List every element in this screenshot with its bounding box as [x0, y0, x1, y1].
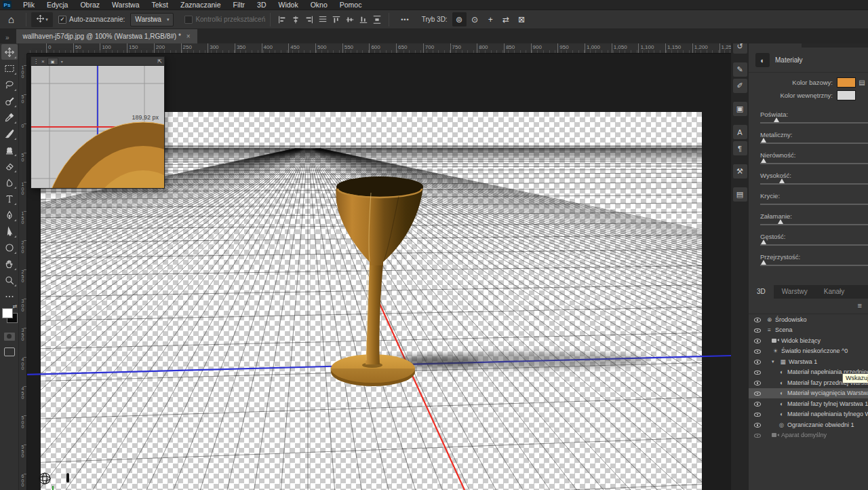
menu-item-plik[interactable]: Plik: [17, 0, 41, 10]
slider-track[interactable]: [760, 244, 868, 246]
visibility-eye-icon[interactable]: [754, 348, 762, 354]
photoshop-logo-icon[interactable]: Ps: [3, 1, 12, 9]
tool-type[interactable]: [1, 191, 18, 206]
secondary-view-panel[interactable]: ⋮ × ▣ ▾ ⇱: [31, 56, 165, 189]
scene-item[interactable]: ≡Scena: [749, 325, 868, 336]
brushes-panel-icon[interactable]: ✐: [733, 79, 747, 93]
tool-smudge[interactable]: [1, 174, 18, 190]
quick-mask-button[interactable]: [4, 333, 15, 341]
visibility-eye-icon[interactable]: [754, 379, 762, 385]
transform-controls-checkbox[interactable]: [184, 16, 193, 24]
scene-item[interactable]: ⊕Środowisko: [749, 314, 868, 325]
slider-track[interactable]: [760, 265, 868, 266]
scene-item[interactable]: ◎Ograniczanie obwiedni 1: [749, 419, 868, 430]
visibility-eye-icon[interactable]: [754, 421, 762, 428]
align-right-icon[interactable]: [304, 14, 315, 25]
menu-item-3d[interactable]: 3D: [251, 0, 272, 10]
scene-item[interactable]: ◐Materiał fazy tylnej Warstwa 1: [749, 398, 868, 409]
menu-item-pomoc[interactable]: Pomoc: [334, 0, 368, 10]
slider-thumb[interactable]: [778, 219, 783, 224]
inner-color-swatch[interactable]: [837, 90, 856, 100]
distribute-vertical-icon[interactable]: [372, 14, 382, 25]
tool-path-selection[interactable]: [1, 223, 18, 239]
tab-kanały[interactable]: Kanały: [816, 285, 853, 299]
tool-brush[interactable]: [1, 126, 18, 141]
move-tool-preset-button[interactable]: ▾: [31, 12, 53, 27]
menu-item-filtr[interactable]: Filtr: [227, 0, 252, 10]
close-icon[interactable]: ×: [186, 33, 191, 40]
visibility-eye-icon[interactable]: [754, 400, 762, 407]
menu-item-tekst[interactable]: Tekst: [145, 0, 174, 10]
home-icon[interactable]: ⌂: [8, 14, 14, 25]
menu-item-zaznaczanie[interactable]: Zaznaczanie: [174, 0, 227, 10]
tool-object-selection[interactable]: [1, 93, 18, 109]
align-middle-icon[interactable]: [344, 14, 355, 25]
menu-item-edycja[interactable]: Edycja: [41, 0, 75, 10]
slider-thumb[interactable]: [779, 178, 785, 183]
texture-icon[interactable]: ▤: [856, 79, 868, 86]
brush-settings-panel-icon[interactable]: ✎: [733, 62, 747, 77]
visibility-eye-icon[interactable]: [754, 358, 762, 364]
menu-item-warstwa[interactable]: Warstwa: [106, 0, 145, 10]
slider-track[interactable]: [760, 163, 868, 164]
visibility-eye-icon[interactable]: [754, 411, 762, 417]
orbit-3d-icon[interactable]: ⊚: [452, 12, 467, 26]
visibility-eye-icon[interactable]: [754, 316, 762, 322]
tab-warstwy[interactable]: Warstwy: [774, 285, 816, 299]
tool-move[interactable]: [1, 44, 18, 60]
scene-item[interactable]: ▾▦Warstwa 1: [749, 356, 868, 367]
more-options-icon[interactable]: •••: [401, 16, 409, 23]
materials-icon[interactable]: ◐: [755, 53, 770, 67]
roll-3d-icon[interactable]: ⊙: [468, 12, 482, 26]
close-icon[interactable]: ×: [41, 58, 45, 64]
slider-thumb[interactable]: [761, 138, 766, 143]
filter-icon[interactable]: ≡: [858, 301, 862, 309]
tool-ellipse-shape[interactable]: [1, 240, 18, 255]
scene-item[interactable]: Aparat domyślny: [749, 430, 868, 441]
paragraph-panel-icon[interactable]: ¶: [733, 141, 747, 155]
auto-select-checkbox[interactable]: ✓: [58, 16, 66, 24]
auto-select-layer-dropdown[interactable]: Warstwa ▾: [130, 13, 174, 26]
slider-track[interactable]: [760, 224, 868, 225]
tool-eyedropper[interactable]: [1, 109, 18, 125]
align-left-icon[interactable]: [277, 14, 288, 25]
chevron-down-icon[interactable]: ▾: [772, 359, 777, 364]
align-bottom-icon[interactable]: [358, 14, 369, 25]
menu-item-obraz[interactable]: Obraz: [74, 0, 106, 10]
slider-thumb[interactable]: [761, 158, 766, 163]
pan-3d-icon[interactable]: +: [484, 12, 498, 26]
visibility-eye-icon[interactable]: [754, 369, 762, 375]
camera-select-icon[interactable]: ▣: [47, 58, 58, 65]
visibility-eye-icon[interactable]: [754, 327, 762, 333]
tool-eraser[interactable]: [1, 158, 18, 174]
visibility-eye-icon[interactable]: [754, 432, 762, 438]
clone-source-panel-icon[interactable]: ▣: [733, 102, 747, 116]
screen-mode-button[interactable]: [4, 347, 15, 356]
slider-track[interactable]: [760, 122, 868, 124]
tool-rectangular-marquee[interactable]: [1, 60, 18, 76]
document-tab[interactable]: wallhaven-j57djp.jpg @ 100% (Warstwa 1,R…: [16, 29, 197, 43]
tab-3d[interactable]: 3D: [749, 285, 774, 299]
panel-menu-icon[interactable]: ⋮: [33, 58, 39, 64]
visibility-eye-icon[interactable]: [754, 337, 762, 343]
slider-thumb[interactable]: [774, 117, 779, 122]
slider-track[interactable]: [760, 183, 868, 185]
menu-item-okno[interactable]: Okno: [304, 0, 334, 10]
scene-item[interactable]: ☀Światło nieskończone ^0: [749, 346, 868, 357]
secondary-view-canvas[interactable]: 189,92 px: [31, 65, 165, 189]
scene-item[interactable]: Widok bieżący: [749, 335, 868, 346]
tool-lasso[interactable]: [1, 77, 18, 92]
character-panel-icon[interactable]: A: [733, 125, 747, 139]
tool-presets-panel-icon[interactable]: ⚒: [733, 164, 747, 178]
color-picker-widget[interactable]: ⇄: [1, 308, 18, 326]
scale-3d-icon[interactable]: ⊠: [515, 12, 529, 26]
tool-pen[interactable]: [1, 207, 18, 223]
align-center-h-icon[interactable]: [290, 14, 301, 25]
tool-more-tools[interactable]: [1, 288, 18, 304]
libraries-panel-icon[interactable]: ▤: [733, 187, 747, 202]
align-top-icon[interactable]: [331, 14, 342, 25]
swap-colors-icon[interactable]: ⇄: [13, 303, 18, 309]
visibility-eye-icon[interactable]: [754, 390, 762, 396]
menu-item-widok[interactable]: Widok: [272, 0, 304, 10]
foreground-color-swatch[interactable]: [2, 308, 13, 318]
